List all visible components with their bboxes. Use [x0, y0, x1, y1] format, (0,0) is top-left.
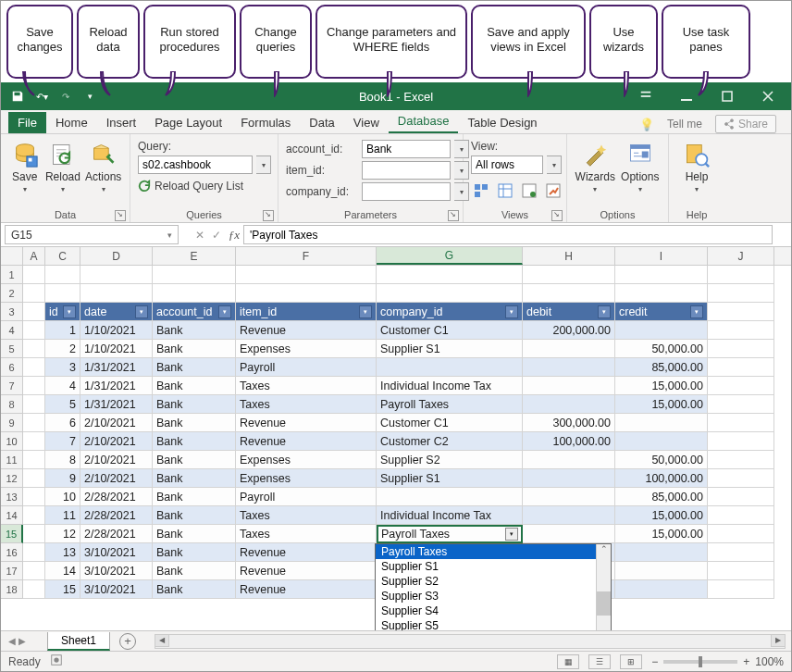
view-btn-2[interactable]: [495, 180, 515, 201]
query-input[interactable]: [138, 156, 253, 174]
row-header[interactable]: 14: [1, 506, 23, 525]
table-cell[interactable]: 100,000.00: [523, 432, 615, 451]
table-cell[interactable]: 12: [45, 525, 80, 543]
table-cell[interactable]: [377, 358, 523, 377]
col-header-J[interactable]: J: [708, 247, 774, 265]
filter-button[interactable]: ▾: [598, 305, 611, 318]
table-cell[interactable]: 3/10/2021: [80, 543, 153, 562]
table-cell[interactable]: Expenses: [236, 340, 377, 358]
row-header[interactable]: 16: [1, 543, 23, 562]
table-cell[interactable]: Payroll: [236, 358, 377, 377]
row-header[interactable]: 9: [1, 414, 23, 432]
view-dropdown-button[interactable]: ▾: [547, 156, 562, 174]
dropdown-scrollbar[interactable]: ⌃⌄: [596, 544, 611, 630]
table-cell[interactable]: Bank: [153, 562, 236, 580]
table-cell[interactable]: Customer C2: [377, 432, 523, 451]
table-cell[interactable]: 8: [45, 451, 80, 469]
table-cell[interactable]: [523, 395, 615, 414]
row-header[interactable]: 3: [1, 303, 23, 321]
row-header[interactable]: 7: [1, 377, 23, 395]
close-icon[interactable]: [754, 87, 782, 106]
name-box[interactable]: G15▾: [5, 225, 179, 244]
view-btn-1[interactable]: [471, 180, 491, 201]
new-sheet-button[interactable]: +: [119, 633, 136, 650]
table-cell[interactable]: 15,000.00: [615, 525, 708, 543]
table-cell[interactable]: 3/10/2021: [80, 580, 153, 599]
filter-button[interactable]: ▾: [135, 305, 148, 318]
dropdown-item[interactable]: Supplier S1: [376, 559, 596, 574]
row-header[interactable]: 4: [1, 321, 23, 340]
col-header-E[interactable]: E: [153, 247, 236, 265]
table-cell[interactable]: Taxes: [236, 525, 377, 543]
fx-icon[interactable]: ƒx: [225, 228, 243, 243]
data-dialog-launcher[interactable]: [115, 210, 126, 221]
formula-input[interactable]: [243, 225, 773, 244]
sheet-tab-active[interactable]: Sheet1: [47, 632, 110, 651]
table-cell[interactable]: [615, 414, 708, 432]
table-cell[interactable]: 1/31/2021: [80, 358, 153, 377]
filter-button[interactable]: ▾: [63, 305, 76, 318]
table-cell[interactable]: [615, 432, 708, 451]
row-header[interactable]: 6: [1, 358, 23, 377]
table-cell[interactable]: 3/10/2021: [80, 562, 153, 580]
zoom-slider[interactable]: [663, 660, 737, 664]
table-cell[interactable]: Revenue: [236, 321, 377, 340]
menu-home[interactable]: Home: [46, 112, 97, 133]
table-cell[interactable]: 2/10/2021: [80, 432, 153, 451]
table-cell[interactable]: 200,000.00: [523, 321, 615, 340]
table-cell[interactable]: Bank: [153, 432, 236, 451]
table-cell[interactable]: Payroll Taxes: [377, 395, 523, 414]
table-cell[interactable]: Bank: [153, 506, 236, 525]
query-dropdown-button[interactable]: ▾: [256, 156, 271, 174]
table-cell[interactable]: 11: [45, 506, 80, 525]
table-cell[interactable]: 1: [45, 321, 80, 340]
table-cell[interactable]: [615, 543, 708, 562]
table-cell[interactable]: 85,000.00: [615, 358, 708, 377]
table-cell[interactable]: 2/28/2021: [80, 506, 153, 525]
table-cell[interactable]: Taxes: [236, 395, 377, 414]
view-btn-3[interactable]: [519, 180, 539, 201]
table-cell[interactable]: Individual Income Tax: [377, 377, 523, 395]
filter-button[interactable]: ▾: [359, 305, 372, 318]
table-cell[interactable]: 13: [45, 543, 80, 562]
table-cell[interactable]: [615, 321, 708, 340]
parameters-dialog-launcher[interactable]: [448, 210, 459, 221]
filter-button[interactable]: ▾: [690, 305, 703, 318]
company-dropdown[interactable]: Payroll TaxesSupplier S1Supplier S2Suppl…: [375, 543, 612, 630]
sheet-nav[interactable]: ◀ ▶: [1, 636, 38, 646]
horizontal-scrollbar[interactable]: ◀▶: [155, 634, 786, 649]
table-cell[interactable]: Revenue: [236, 432, 377, 451]
table-cell[interactable]: 2/28/2021: [80, 525, 153, 543]
reload-query-list-button[interactable]: Reload Query List: [138, 180, 271, 193]
param-input-2[interactable]: [362, 182, 451, 201]
table-cell[interactable]: [523, 506, 615, 525]
reload-button[interactable]: Reload▾: [45, 138, 81, 193]
view-normal-button[interactable]: ▦: [557, 654, 579, 669]
row-header[interactable]: 11: [1, 451, 23, 469]
save-button[interactable]: Save▾: [8, 138, 42, 193]
table-header-date[interactable]: date▾: [80, 303, 153, 321]
view-btn-4[interactable]: [543, 180, 563, 201]
table-cell[interactable]: [615, 580, 708, 599]
table-cell[interactable]: 1/31/2021: [80, 395, 153, 414]
table-cell[interactable]: 300,000.00: [523, 414, 615, 432]
wizards-button[interactable]: Wizards▾: [575, 138, 616, 193]
table-header-item_id[interactable]: item_id▾: [236, 303, 377, 321]
table-cell[interactable]: [523, 469, 615, 488]
table-cell[interactable]: 6: [45, 414, 80, 432]
table-cell[interactable]: 15,000.00: [615, 395, 708, 414]
table-cell[interactable]: [615, 562, 708, 580]
table-cell[interactable]: [523, 377, 615, 395]
menu-insert[interactable]: Insert: [97, 112, 146, 133]
table-cell[interactable]: Bank: [153, 414, 236, 432]
table-header-credit[interactable]: credit▾: [615, 303, 708, 321]
row-header[interactable]: 15: [1, 525, 23, 543]
col-header-H[interactable]: H: [523, 247, 615, 265]
qat-undo-icon[interactable]: ↶▾: [34, 89, 49, 104]
table-cell[interactable]: 2: [45, 340, 80, 358]
table-cell[interactable]: [523, 525, 615, 543]
table-cell[interactable]: 2/10/2021: [80, 451, 153, 469]
cell-dropdown-button[interactable]: ▾: [505, 528, 518, 541]
table-header-account_id[interactable]: account_id▾: [153, 303, 236, 321]
param-input-0[interactable]: [362, 140, 451, 158]
